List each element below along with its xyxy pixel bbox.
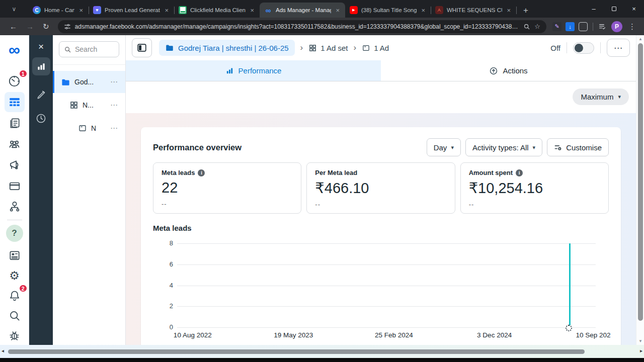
activity-types-dropdown[interactable]: Activity types: All ▾ [465,138,542,156]
sidebar-settings-button[interactable]: ⚙ [5,265,25,286]
horizontal-scrollbar[interactable]: ◂ ▸ [0,345,644,358]
tree-item-label: N... [83,101,110,109]
sidebar-billing-button[interactable] [5,176,25,196]
url-text: adsmanager.facebook.com/adsmanager/manag… [75,23,520,30]
tree-item-campaign[interactable]: God... ⋯ [53,71,125,93]
address-bar[interactable]: adsmanager.facebook.com/adsmanager/manag… [58,20,546,33]
customise-button[interactable]: Customise [547,138,609,156]
sidebar-report-bug-button[interactable] [5,325,25,345]
vertical-scrollbar-thumb[interactable] [638,43,643,321]
reload-button[interactable]: ↻ [38,22,54,31]
browser-tab-white-sequens[interactable]: WHITE SEQUENS CUTDAN × [431,3,516,18]
chevron-right-icon: › [300,43,303,53]
tree-item-adset[interactable]: N... ⋯ [53,94,125,116]
more-options-icon[interactable]: ⋯ [110,101,118,110]
charts-tab-button[interactable] [32,57,50,75]
collapse-sidebar-button[interactable] [132,38,152,57]
tree-item-label: N [91,124,110,132]
tab-title: Ads Manager - Manage ad [276,7,331,13]
scroll-up-icon[interactable]: ▲ [636,37,644,41]
sidebar-business-settings-button[interactable] [5,197,25,217]
horizontal-scrollbar-thumb[interactable] [8,349,585,354]
browser-tab-canva[interactable]: Home - Canva × [28,3,89,18]
sidebar-updates-button[interactable] [5,245,25,265]
forward-button[interactable]: → [22,22,38,31]
info-icon[interactable]: i [516,169,523,176]
browser-tab-ads-manager[interactable]: Ads Manager - Manage ad × [260,3,345,18]
sidebar-help-button[interactable]: ? [5,223,25,243]
youtube-favicon-icon [350,6,358,14]
day-label: Day [434,143,447,152]
data-spike[interactable] [569,243,571,327]
insights-tool-strip: × [29,35,53,345]
tree-search-input[interactable] [75,45,110,53]
browser-tab-youtube[interactable]: (38) Sultan Title Song | Sal × [345,3,431,18]
window-controls: – × [584,0,644,18]
divider [567,42,567,53]
tab-search-chevron-icon[interactable]: ∨ [0,0,28,18]
sidebar-account-overview-button[interactable]: 1 [5,71,25,91]
more-options-icon[interactable]: ⋯ [110,124,118,133]
close-panel-button[interactable]: × [38,42,44,51]
tab-close-icon[interactable]: × [78,7,84,14]
sidebar-audiences-button[interactable] [5,134,25,154]
chart-plot: 02468 [177,243,596,327]
tab-close-icon[interactable]: × [335,7,341,14]
window-minimize-button[interactable]: – [584,0,604,18]
info-icon[interactable]: i [198,169,205,176]
sidebar-campaigns-button[interactable] [5,92,25,112]
campaign-status-toggle[interactable] [573,42,594,54]
breadcrumb-adset-link[interactable]: 1 Ad set [308,44,348,52]
vertical-scrollbar[interactable]: ▲ ▼ [636,35,644,345]
reading-list-icon[interactable] [598,23,606,31]
sidebar-divider [7,220,22,220]
metric-card-per-meta-lead: Per Meta lead ₹466.10 -- [306,162,455,214]
new-tab-button[interactable]: + [520,6,531,16]
sidebar-notifications-button[interactable]: 2 [5,286,25,306]
day-dropdown[interactable]: Day ▾ [427,138,461,156]
breadcrumb-ad-label: 1 Ad [374,44,389,52]
scroll-down-icon[interactable]: ▼ [636,339,644,343]
browser-profile-avatar[interactable]: P [611,21,622,32]
back-button[interactable]: ← [5,22,22,31]
browser-menu-icon[interactable]: ⋮ [625,22,639,31]
gridline [177,306,596,307]
window-maximize-button[interactable] [604,0,624,18]
zoom-icon[interactable] [523,23,530,30]
extension-download-icon[interactable]: ↓ [566,22,575,31]
tab-actions[interactable]: Actions [381,60,636,81]
extension-puzzle-icon[interactable] [579,22,588,31]
more-options-icon[interactable]: ⋯ [110,77,118,86]
window-close-button[interactable]: × [624,0,644,18]
metric-label: Meta leads [162,169,195,176]
scroll-right-icon[interactable]: ▸ [640,348,642,353]
browser-tab-proven[interactable]: Proven Lead Generation St × [89,3,174,18]
tab-close-icon[interactable]: × [420,7,426,14]
maximum-dropdown[interactable]: Maximum ▾ [573,88,629,105]
x-tick-label: 10 Aug 2022 [174,331,212,339]
ad-frame-icon [362,44,370,52]
tab-close-icon[interactable]: × [506,7,512,14]
browser-url-bar: ← → ↻ adsmanager.facebook.com/adsmanager… [0,18,644,35]
circle-up-arrow-icon [489,66,498,75]
sidebar-search-button[interactable] [5,306,25,326]
divider [593,23,593,31]
meta-logo[interactable]: ∞ [9,41,20,58]
tree-search-box[interactable] [59,41,119,57]
scroll-left-icon[interactable]: ◂ [2,348,4,353]
tree-item-ad[interactable]: N ⋯ [53,117,125,139]
history-clock-icon[interactable] [35,113,47,124]
breadcrumb-ad-link[interactable]: 1 Ad [362,44,389,52]
more-options-button[interactable]: ⋯ [607,39,630,57]
sidebar-pages-button[interactable] [5,113,25,133]
folder-icon [61,77,70,87]
bookmark-star-icon[interactable]: ☆ [534,23,540,30]
tab-close-icon[interactable]: × [164,7,170,14]
tab-close-icon[interactable]: × [249,7,255,14]
browser-tab-clickfield[interactable]: Clickfield Media Clients - G × [174,3,260,18]
edit-pencil-icon[interactable] [36,88,47,100]
sidebar-advertise-button[interactable] [5,155,25,175]
extension-quill-icon[interactable]: ✎ [552,22,561,31]
tab-performance[interactable]: Performance [126,60,381,81]
breadcrumb-campaign-link[interactable]: Godrej Tiara | shresthi | 26-06-25 [159,40,295,56]
